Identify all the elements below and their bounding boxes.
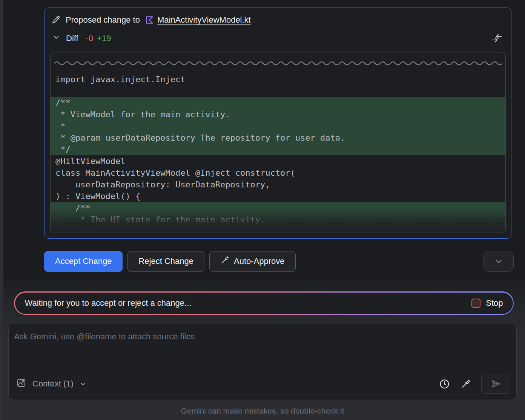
diff-code-line: */: [51, 144, 505, 155]
status-pill: Waiting for you to accept or reject a ch…: [15, 293, 513, 314]
chevron-down-icon: [494, 256, 504, 266]
diff-code-line: *: [51, 120, 505, 132]
diff-code-lines: import javax.inject.Inject /** * ViewMod…: [51, 74, 505, 233]
auto-approve-button[interactable]: Auto-Approve: [209, 251, 296, 272]
diff-label: Diff: [66, 34, 78, 43]
stop-icon: [471, 299, 480, 308]
kotlin-file-icon: [144, 15, 154, 25]
accept-change-button[interactable]: Accept Change: [44, 251, 123, 272]
pencil-edit-icon: [51, 15, 61, 25]
auto-approve-label: Auto-Approve: [234, 256, 285, 266]
diff-code-line: */: [51, 225, 505, 233]
send-icon: [490, 378, 502, 389]
composer-actions: [439, 374, 510, 394]
diff-code-viewer[interactable]: import javax.inject.Inject /** * ViewMod…: [50, 52, 506, 233]
diff-additions-count: +19: [97, 34, 111, 43]
proposal-header: Proposed change to MainActivityViewModel…: [45, 8, 511, 26]
composer-area: Waiting for you to accept or reject a ch…: [0, 277, 525, 420]
history-clock-icon[interactable]: [439, 379, 450, 389]
diff-code-line: /**: [51, 97, 505, 109]
gemini-assistant-panel: Proposed change to MainActivityViewModel…: [0, 0, 525, 420]
accept-change-label: Accept Change: [55, 256, 112, 266]
prompt-input[interactable]: [9, 323, 516, 374]
diff-code-line: * ViewModel for the main activity.: [51, 109, 505, 120]
proposal-title: Proposed change to: [66, 15, 140, 25]
diff-code-line: /**: [51, 202, 505, 214]
status-message: Waiting for you to accept or reject a ch…: [25, 298, 192, 308]
diff-header-row: Diff -0 +19: [45, 26, 511, 47]
collapsed-region-squiggle: [54, 60, 502, 67]
composer-toolbar: Context (1): [9, 374, 516, 400]
diff-code-line: * @param userDataRepository The reposito…: [51, 132, 505, 144]
proposed-change-card: Proposed change to MainActivityViewModel…: [45, 8, 511, 239]
status-pill-border: Waiting for you to accept or reject a ch…: [14, 291, 514, 315]
diff-code-line: import javax.inject.Inject: [51, 74, 505, 85]
chevron-down-icon[interactable]: [52, 34, 60, 43]
jump-to-source-icon[interactable]: [491, 32, 503, 44]
changed-file-name: MainActivityViewModel.kt: [157, 15, 251, 25]
diff-code-line: [51, 85, 505, 97]
change-actions-row: Accept Change Reject Change Auto-Approve: [44, 251, 514, 272]
chevron-down-icon: [80, 380, 86, 387]
reject-change-label: Reject Change: [138, 256, 193, 266]
scroll-collapse-button[interactable]: [484, 251, 514, 272]
magic-wand-icon: [220, 256, 229, 267]
diff-code-line: ) : ViewModel() {: [51, 190, 505, 202]
diff-code-line: userDataRepository: UserDataRepository,: [51, 179, 505, 190]
magic-wand-icon[interactable]: [461, 379, 471, 389]
stop-button[interactable]: Stop: [471, 298, 503, 308]
diff-code-line: @HiltViewModel: [51, 155, 505, 167]
stop-label: Stop: [486, 298, 503, 308]
chat-area: Proposed change to MainActivityViewModel…: [0, 0, 525, 272]
prompt-composer: Context (1): [8, 323, 517, 400]
diff-code-line: * The UI state for the main activity.: [51, 214, 505, 225]
diff-deletions-count: -0: [86, 34, 94, 43]
changed-file-link[interactable]: MainActivityViewModel.kt: [144, 15, 251, 25]
reject-change-button[interactable]: Reject Change: [127, 251, 204, 272]
disclaimer-text: Gemini can make mistakes, so double-chec…: [0, 406, 525, 415]
context-dropdown[interactable]: Context (1): [16, 378, 86, 390]
context-label: Context (1): [32, 379, 74, 389]
panel-edge-divider: [0, 0, 3, 420]
send-button[interactable]: [481, 374, 510, 394]
diff-code-line: class MainActivityViewModel @Inject cons…: [51, 167, 505, 179]
image-attachment-icon: [16, 378, 26, 390]
